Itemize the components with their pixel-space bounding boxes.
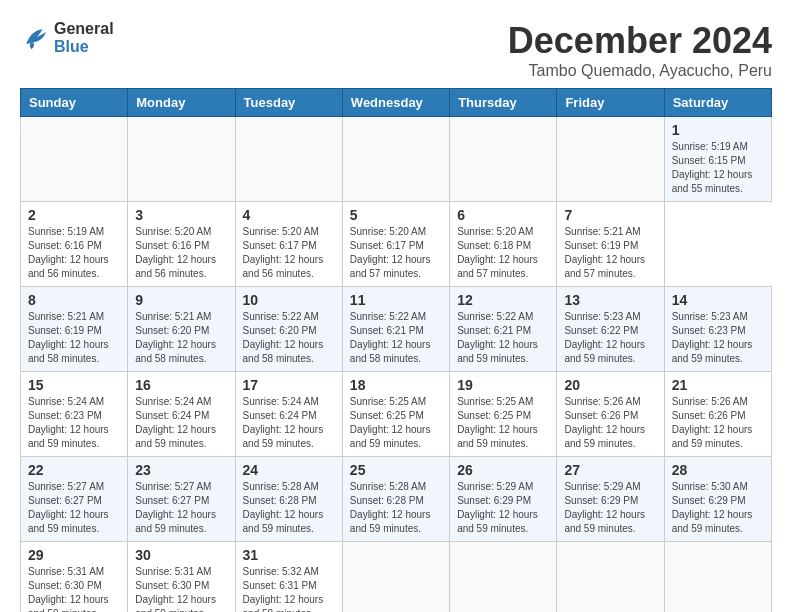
- day-info: Sunrise: 5:19 AMSunset: 6:16 PMDaylight:…: [28, 226, 109, 279]
- day-number: 29: [28, 547, 120, 563]
- calendar-table: Sunday Monday Tuesday Wednesday Thursday…: [20, 88, 772, 612]
- day-number: 25: [350, 462, 442, 478]
- table-row: 17Sunrise: 5:24 AMSunset: 6:24 PMDayligh…: [235, 372, 342, 457]
- day-number: 23: [135, 462, 227, 478]
- page-header: General Blue December 2024 Tambo Quemado…: [20, 20, 772, 80]
- table-row: 6Sunrise: 5:20 AMSunset: 6:18 PMDaylight…: [450, 202, 557, 287]
- day-info: Sunrise: 5:20 AMSunset: 6:17 PMDaylight:…: [350, 226, 431, 279]
- day-info: Sunrise: 5:29 AMSunset: 6:29 PMDaylight:…: [457, 481, 538, 534]
- day-number: 12: [457, 292, 549, 308]
- table-row: 30Sunrise: 5:31 AMSunset: 6:30 PMDayligh…: [128, 542, 235, 613]
- day-number: 21: [672, 377, 764, 393]
- table-row: 3Sunrise: 5:20 AMSunset: 6:16 PMDaylight…: [128, 202, 235, 287]
- table-row: 9Sunrise: 5:21 AMSunset: 6:20 PMDaylight…: [128, 287, 235, 372]
- day-number: 20: [564, 377, 656, 393]
- day-info: Sunrise: 5:24 AMSunset: 6:24 PMDaylight:…: [135, 396, 216, 449]
- table-row: 10Sunrise: 5:22 AMSunset: 6:20 PMDayligh…: [235, 287, 342, 372]
- calendar-week-row: 2Sunrise: 5:19 AMSunset: 6:16 PMDaylight…: [21, 202, 772, 287]
- calendar-week-row: 29Sunrise: 5:31 AMSunset: 6:30 PMDayligh…: [21, 542, 772, 613]
- empty-cell: [21, 117, 128, 202]
- day-number: 7: [564, 207, 656, 223]
- table-row: 21Sunrise: 5:26 AMSunset: 6:26 PMDayligh…: [664, 372, 771, 457]
- location-title: Tambo Quemado, Ayacucho, Peru: [508, 62, 772, 80]
- day-info: Sunrise: 5:20 AMSunset: 6:17 PMDaylight:…: [243, 226, 324, 279]
- day-number: 28: [672, 462, 764, 478]
- day-info: Sunrise: 5:20 AMSunset: 6:16 PMDaylight:…: [135, 226, 216, 279]
- table-row: [342, 542, 449, 613]
- day-number: 3: [135, 207, 227, 223]
- table-row: 26Sunrise: 5:29 AMSunset: 6:29 PMDayligh…: [450, 457, 557, 542]
- month-title: December 2024: [508, 20, 772, 62]
- table-row: 8Sunrise: 5:21 AMSunset: 6:19 PMDaylight…: [21, 287, 128, 372]
- day-info: Sunrise: 5:24 AMSunset: 6:23 PMDaylight:…: [28, 396, 109, 449]
- day-info: Sunrise: 5:32 AMSunset: 6:31 PMDaylight:…: [243, 566, 324, 612]
- day-info: Sunrise: 5:22 AMSunset: 6:20 PMDaylight:…: [243, 311, 324, 364]
- day-number: 19: [457, 377, 549, 393]
- day-number: 10: [243, 292, 335, 308]
- table-row: 12Sunrise: 5:22 AMSunset: 6:21 PMDayligh…: [450, 287, 557, 372]
- day-info: Sunrise: 5:22 AMSunset: 6:21 PMDaylight:…: [350, 311, 431, 364]
- day-number: 15: [28, 377, 120, 393]
- day-number: 5: [350, 207, 442, 223]
- day-info: Sunrise: 5:27 AMSunset: 6:27 PMDaylight:…: [135, 481, 216, 534]
- table-row: 13Sunrise: 5:23 AMSunset: 6:22 PMDayligh…: [557, 287, 664, 372]
- header-saturday: Saturday: [664, 89, 771, 117]
- day-number: 26: [457, 462, 549, 478]
- day-info: Sunrise: 5:31 AMSunset: 6:30 PMDaylight:…: [135, 566, 216, 612]
- table-row: 15Sunrise: 5:24 AMSunset: 6:23 PMDayligh…: [21, 372, 128, 457]
- table-row: 31Sunrise: 5:32 AMSunset: 6:31 PMDayligh…: [235, 542, 342, 613]
- table-row: 11Sunrise: 5:22 AMSunset: 6:21 PMDayligh…: [342, 287, 449, 372]
- table-row: [557, 542, 664, 613]
- empty-cell: [557, 117, 664, 202]
- day-number: 16: [135, 377, 227, 393]
- table-row: 1Sunrise: 5:19 AMSunset: 6:15 PMDaylight…: [664, 117, 771, 202]
- calendar-week-row: 22Sunrise: 5:27 AMSunset: 6:27 PMDayligh…: [21, 457, 772, 542]
- table-row: 2Sunrise: 5:19 AMSunset: 6:16 PMDaylight…: [21, 202, 128, 287]
- day-number: 30: [135, 547, 227, 563]
- table-row: 25Sunrise: 5:28 AMSunset: 6:28 PMDayligh…: [342, 457, 449, 542]
- header-tuesday: Tuesday: [235, 89, 342, 117]
- day-info: Sunrise: 5:20 AMSunset: 6:18 PMDaylight:…: [457, 226, 538, 279]
- day-info: Sunrise: 5:24 AMSunset: 6:24 PMDaylight:…: [243, 396, 324, 449]
- day-info: Sunrise: 5:31 AMSunset: 6:30 PMDaylight:…: [28, 566, 109, 612]
- calendar-header-row: Sunday Monday Tuesday Wednesday Thursday…: [21, 89, 772, 117]
- calendar-week-row: 1Sunrise: 5:19 AMSunset: 6:15 PMDaylight…: [21, 117, 772, 202]
- empty-cell: [450, 117, 557, 202]
- day-number: 22: [28, 462, 120, 478]
- header-thursday: Thursday: [450, 89, 557, 117]
- day-info: Sunrise: 5:25 AMSunset: 6:25 PMDaylight:…: [350, 396, 431, 449]
- day-number: 24: [243, 462, 335, 478]
- calendar-week-row: 15Sunrise: 5:24 AMSunset: 6:23 PMDayligh…: [21, 372, 772, 457]
- header-wednesday: Wednesday: [342, 89, 449, 117]
- table-row: 4Sunrise: 5:20 AMSunset: 6:17 PMDaylight…: [235, 202, 342, 287]
- logo-text-general: General: [54, 20, 114, 38]
- logo-icon: [20, 23, 50, 53]
- table-row: [450, 542, 557, 613]
- table-row: 18Sunrise: 5:25 AMSunset: 6:25 PMDayligh…: [342, 372, 449, 457]
- day-number: 18: [350, 377, 442, 393]
- table-row: 24Sunrise: 5:28 AMSunset: 6:28 PMDayligh…: [235, 457, 342, 542]
- day-info: Sunrise: 5:22 AMSunset: 6:21 PMDaylight:…: [457, 311, 538, 364]
- day-info: Sunrise: 5:26 AMSunset: 6:26 PMDaylight:…: [564, 396, 645, 449]
- calendar-week-row: 8Sunrise: 5:21 AMSunset: 6:19 PMDaylight…: [21, 287, 772, 372]
- day-info: Sunrise: 5:25 AMSunset: 6:25 PMDaylight:…: [457, 396, 538, 449]
- day-number: 31: [243, 547, 335, 563]
- empty-cell: [235, 117, 342, 202]
- logo-text-blue: Blue: [54, 38, 114, 56]
- day-number: 1: [672, 122, 764, 138]
- table-row: 5Sunrise: 5:20 AMSunset: 6:17 PMDaylight…: [342, 202, 449, 287]
- day-info: Sunrise: 5:30 AMSunset: 6:29 PMDaylight:…: [672, 481, 753, 534]
- day-number: 11: [350, 292, 442, 308]
- table-row: 27Sunrise: 5:29 AMSunset: 6:29 PMDayligh…: [557, 457, 664, 542]
- table-row: 29Sunrise: 5:31 AMSunset: 6:30 PMDayligh…: [21, 542, 128, 613]
- table-row: 7Sunrise: 5:21 AMSunset: 6:19 PMDaylight…: [557, 202, 664, 287]
- day-info: Sunrise: 5:19 AMSunset: 6:15 PMDaylight:…: [672, 141, 753, 194]
- day-info: Sunrise: 5:21 AMSunset: 6:19 PMDaylight:…: [564, 226, 645, 279]
- header-monday: Monday: [128, 89, 235, 117]
- table-row: 23Sunrise: 5:27 AMSunset: 6:27 PMDayligh…: [128, 457, 235, 542]
- day-number: 17: [243, 377, 335, 393]
- day-number: 8: [28, 292, 120, 308]
- table-row: 20Sunrise: 5:26 AMSunset: 6:26 PMDayligh…: [557, 372, 664, 457]
- table-row: 19Sunrise: 5:25 AMSunset: 6:25 PMDayligh…: [450, 372, 557, 457]
- logo: General Blue: [20, 20, 114, 55]
